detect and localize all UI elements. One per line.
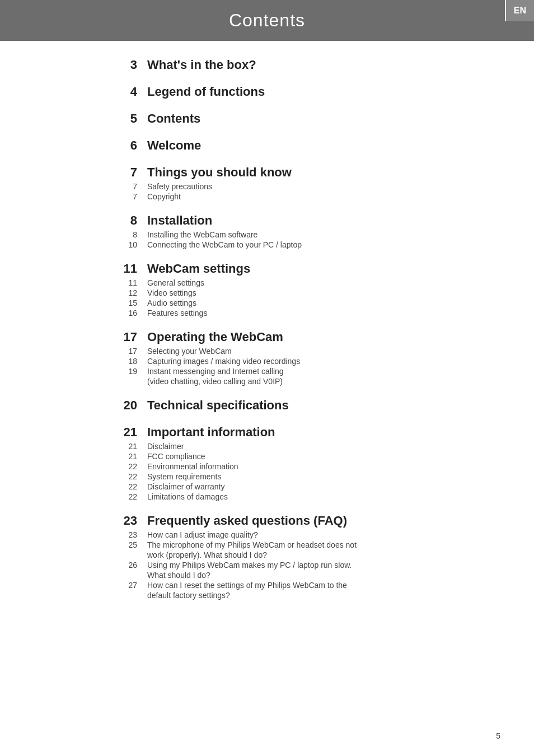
toc-main-label: Operating the WebCam [147, 330, 283, 344]
toc-sub-row: 7Copyright [112, 192, 489, 201]
toc-sub-label: Environmental information [147, 462, 238, 471]
toc-sub-label: Selecting your WebCam [147, 347, 232, 356]
toc-sub-num: 21 [112, 442, 137, 451]
toc-sub-num: 17 [112, 347, 137, 356]
toc-content: 3What's in the box?4Legend of functions5… [0, 41, 534, 634]
toc-main-row: 3What's in the box? [112, 58, 489, 72]
toc-sub-row: 16Features settings [112, 309, 489, 318]
toc-sub-rows: 7Safety precautions7Copyright [112, 182, 489, 201]
toc-main-row: 20Technical specifications [112, 398, 489, 413]
toc-sub-num: 7 [112, 192, 137, 201]
toc-sub-row: 23How can I adjust image quality? [112, 530, 489, 539]
toc-sub-num: 18 [112, 357, 137, 366]
toc-main-label: Welcome [147, 138, 201, 153]
toc-main-row: 5Contents [112, 111, 489, 126]
toc-main-num: 21 [112, 425, 137, 440]
toc-section: 17Operating the WebCam17Selecting your W… [112, 330, 489, 386]
toc-sub-label: Audio settings [147, 298, 196, 307]
toc-sub-num: 12 [112, 288, 137, 297]
toc-sub-row: 22Disclaimer of warranty [112, 482, 489, 491]
toc-sub-label: Using my Philips WebCam makes my PC / la… [147, 561, 352, 570]
toc-sub-num: 22 [112, 472, 137, 481]
toc-section: 21Important information21Disclaimer21FCC… [112, 425, 489, 501]
toc-main-row: 8Installation [112, 213, 489, 228]
toc-sub-label: Disclaimer of warranty [147, 482, 224, 491]
toc-sub-row: 21FCC compliance [112, 452, 489, 461]
toc-main-label: Legend of functions [147, 85, 265, 99]
toc-main-num: 17 [112, 330, 137, 344]
toc-sub-num: 8 [112, 230, 137, 239]
toc-main-num: 5 [112, 111, 137, 126]
toc-main-label: Technical specifications [147, 398, 289, 413]
toc-sub-label: Instant messenging and Internet calling [147, 367, 284, 376]
toc-main-num: 23 [112, 514, 137, 528]
toc-sub-label: Copyright [147, 192, 181, 201]
toc-sub-num: 15 [112, 298, 137, 307]
toc-sub-num: 16 [112, 309, 137, 318]
toc-main-label: Frequently asked questions (FAQ) [147, 514, 347, 528]
toc-main-row: 23Frequently asked questions (FAQ) [112, 514, 489, 528]
toc-main-num: 8 [112, 213, 137, 228]
toc-sub-num: 22 [112, 482, 137, 491]
toc-sub-label: Features settings [147, 309, 207, 318]
toc-sub-label-continuation: (video chatting, video calling and V0IP) [147, 377, 489, 386]
toc-sub-label: Limitations of damages [147, 492, 228, 501]
toc-sub-row: 15Audio settings [112, 298, 489, 307]
toc-main-num: 6 [112, 138, 137, 153]
toc-sub-label: Disclaimer [147, 442, 184, 451]
toc-sub-row: 22System requirements [112, 472, 489, 481]
toc-sub-row: 22Limitations of damages [112, 492, 489, 501]
toc-sub-row: 8Installing the WebCam software [112, 230, 489, 239]
toc-section: 11WebCam settings11General settings12Vid… [112, 262, 489, 318]
toc-main-row: 11WebCam settings [112, 262, 489, 276]
toc-main-row: 21Important information [112, 425, 489, 440]
toc-sub-rows: 21Disclaimer21FCC compliance22Environmen… [112, 442, 489, 501]
toc-sub-num: 11 [112, 278, 137, 287]
toc-sub-label: Video settings [147, 288, 196, 297]
toc-sub-num: 22 [112, 462, 137, 471]
toc-sub-num: 23 [112, 530, 137, 539]
toc-main-row: 4Legend of functions [112, 85, 489, 99]
toc-sub-num: 7 [112, 182, 137, 191]
toc-sub-row: 22Environmental information [112, 462, 489, 471]
toc-sub-row: 19Instant messenging and Internet callin… [112, 367, 489, 376]
toc-sub-label: Capturing images / making video recordin… [147, 357, 300, 366]
header-title: Contents [229, 10, 305, 30]
toc-sub-row: 17Selecting your WebCam [112, 347, 489, 356]
toc-section: 7Things you should know7Safety precautio… [112, 165, 489, 201]
toc-sub-row: 11General settings [112, 278, 489, 287]
toc-sub-row: 7Safety precautions [112, 182, 489, 191]
page-number: 5 [496, 731, 500, 740]
toc-main-row: 7Things you should know [112, 165, 489, 180]
toc-main-num: 7 [112, 165, 137, 180]
toc-main-label: Installation [147, 213, 212, 228]
toc-sub-rows: 17Selecting your WebCam18Capturing image… [112, 347, 489, 386]
toc-section: 3What's in the box? [112, 58, 489, 72]
toc-main-label: Contents [147, 111, 200, 126]
toc-sub-label-continuation: default factory settings? [147, 591, 489, 600]
header: Contents EN [0, 0, 534, 41]
toc-sub-num: 21 [112, 452, 137, 461]
toc-sub-num: 22 [112, 492, 137, 501]
toc-sub-row: 26Using my Philips WebCam makes my PC / … [112, 561, 489, 570]
toc-sub-label: System requirements [147, 472, 221, 481]
toc-sub-label: Installing the WebCam software [147, 230, 257, 239]
toc-section: 4Legend of functions [112, 85, 489, 99]
toc-sub-row: 21Disclaimer [112, 442, 489, 451]
toc-main-num: 20 [112, 398, 137, 413]
toc-section: 20Technical specifications [112, 398, 489, 413]
toc-sub-label: The microphone of my Philips WebCam or h… [147, 540, 357, 549]
toc-sub-row: 18Capturing images / making video record… [112, 357, 489, 366]
toc-main-num: 3 [112, 58, 137, 72]
toc-section: 6Welcome [112, 138, 489, 153]
toc-main-row: 17Operating the WebCam [112, 330, 489, 344]
toc-sub-num: 26 [112, 561, 137, 570]
toc-main-label: Important information [147, 425, 275, 440]
toc-main-num: 11 [112, 262, 137, 276]
toc-main-label: Things you should know [147, 165, 292, 180]
toc-main-num: 4 [112, 85, 137, 99]
toc-sub-rows: 11General settings12Video settings15Audi… [112, 278, 489, 318]
toc-main-label: WebCam settings [147, 262, 250, 276]
toc-sub-row: 12Video settings [112, 288, 489, 297]
toc-sub-label-continuation: What should I do? [147, 571, 489, 580]
